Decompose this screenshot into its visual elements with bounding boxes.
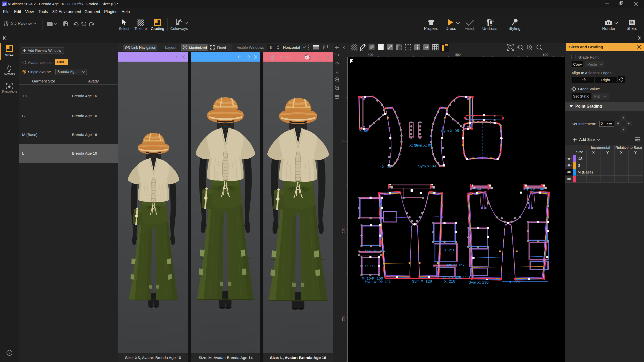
svg-text:X: 129: X: 129 [509, 280, 520, 284]
svg-text:Relative to Base: Relative to Base [615, 146, 642, 150]
svg-text:L: L [578, 177, 580, 181]
svg-text:S: S [578, 163, 580, 167]
svg-text:Sym X: 163: Sym X: 163 [453, 275, 473, 279]
svg-text:Sym X: 99: Sym X: 99 [414, 143, 432, 147]
svg-text:Y: Y [606, 151, 609, 155]
svg-text:X: 216: X: 216 [444, 248, 455, 252]
svg-text:Sym X: 167: Sym X: 167 [445, 263, 465, 267]
svg-text:X: 172: X: 172 [364, 264, 376, 268]
svg-text:200: 200 [342, 316, 345, 321]
svg-text:?: ? [9, 351, 10, 355]
svg-text:VS: VS [3, 3, 6, 5]
svg-text:Incremental: Incremental [591, 146, 610, 150]
svg-text:0: 0 [342, 141, 345, 142]
svg-text:Sym X: 130: Sym X: 130 [468, 280, 489, 284]
svg-text:Sym X: 128: Sym X: 128 [412, 279, 432, 283]
svg-text:X: 127: X: 127 [379, 280, 391, 284]
svg-text:100: 100 [342, 228, 345, 233]
svg-text:Arms D...: Arms D... [280, 55, 296, 59]
svg-text:XS: XS [578, 156, 583, 161]
svg-text:X: X [592, 151, 595, 155]
svg-text:X: 144: X: 144 [470, 187, 481, 191]
svg-text:Sym X: 94: Sym X: 94 [418, 164, 436, 168]
svg-text:Y: Y [634, 151, 637, 155]
svg-text:Size: Size [576, 150, 583, 154]
svg-text:Sym X: 215: Sym X: 215 [365, 249, 385, 253]
svg-text:400: 400 [368, 53, 373, 57]
svg-text:M (Base): M (Base) [578, 170, 593, 174]
svg-text:SZ: SZ [630, 20, 633, 23]
svg-text:X: 93: X: 93 [382, 164, 391, 169]
svg-text:X: 218: X: 218 [444, 279, 455, 283]
svg-text:X: X [620, 151, 623, 155]
svg-text:600: 600 [543, 53, 548, 57]
svg-text:X: 96: X: 96 [359, 128, 368, 133]
svg-text:Sym X: 145: Sym X: 145 [524, 187, 544, 191]
svg-text:Sym X: 95: Sym X: 95 [441, 128, 459, 133]
svg-text:500: 500 [455, 53, 461, 57]
